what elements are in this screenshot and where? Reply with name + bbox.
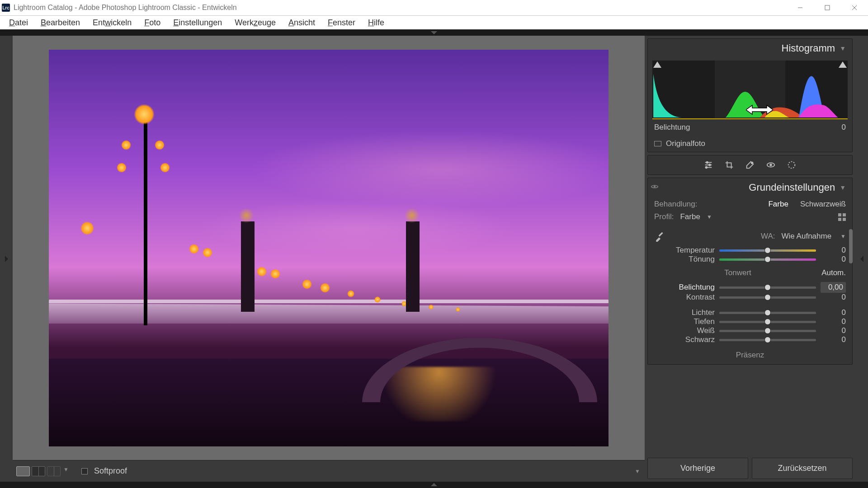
heal-brush-icon[interactable] (745, 160, 755, 170)
menu-ansicht[interactable]: Ansicht (282, 16, 321, 29)
slider-track[interactable] (719, 296, 816, 299)
app-icon: Lrc (2, 4, 10, 12)
right-panel: Histogramm ▼ (645, 36, 855, 482)
menu-hilfe[interactable]: Hilfe (362, 16, 391, 29)
histogram-graph[interactable] (652, 61, 848, 119)
histogram-hover-readout: Belichtung 0 (648, 119, 852, 136)
original-photo-toggle[interactable]: Originalfoto (648, 136, 852, 152)
photo-preview (49, 50, 609, 446)
view-toolbar: ▼ Softproof ▼ (13, 460, 645, 482)
softproof-checkbox[interactable] (81, 468, 88, 474)
slider-lichter[interactable]: Lichter0 (654, 308, 846, 317)
svg-point-9 (709, 164, 711, 166)
presence-section-label: Präsenz (654, 351, 846, 360)
image-canvas[interactable] (13, 36, 645, 460)
minimize-button[interactable] (787, 0, 814, 16)
menu-entwickeln[interactable]: Entwickeln (86, 16, 138, 29)
histogram-header[interactable]: Histogramm ▼ (648, 39, 852, 58)
menu-bearbeiten[interactable]: Bearbeiten (34, 16, 86, 29)
wb-value[interactable]: Wie Aufnahme (782, 232, 832, 241)
softproof-label: Softproof (94, 466, 127, 476)
loupe-view-button[interactable] (16, 466, 30, 476)
crop-icon[interactable] (724, 160, 734, 170)
svg-point-13 (770, 164, 772, 166)
window-title: Lightroom Catalog - Adobe Photoshop Ligh… (14, 4, 237, 12)
svg-marker-4 (746, 105, 773, 114)
slider-tiefen[interactable]: Tiefen0 (654, 317, 846, 326)
slider-knob[interactable] (764, 294, 771, 300)
slider-value[interactable]: 0 (821, 308, 846, 317)
slider-knob[interactable] (764, 256, 771, 263)
slider-weiß[interactable]: Weiß0 (654, 326, 846, 335)
radial-mask-icon[interactable] (787, 160, 797, 170)
profile-value[interactable]: Farbe (680, 212, 700, 221)
slider-value[interactable]: 0 (821, 317, 846, 326)
slider-track[interactable] (719, 312, 816, 314)
slider-label: Tönung (654, 255, 715, 264)
slider-value[interactable]: 0 (821, 326, 846, 335)
slider-temperatur[interactable]: Temperatur0 (654, 246, 846, 255)
menu-werkzeuge[interactable]: Werkzeuge (228, 16, 282, 29)
redeye-icon[interactable] (766, 160, 776, 170)
previous-button[interactable]: Vorherige (647, 458, 748, 479)
close-button[interactable] (841, 0, 868, 16)
slider-value[interactable]: 0 (821, 293, 846, 302)
slider-value[interactable]: 0 (821, 335, 846, 344)
slider-track[interactable] (719, 339, 816, 341)
chevron-down-icon: ▼ (840, 184, 846, 191)
basic-panel-header[interactable]: Grundeinstellungen ▼ (648, 178, 852, 197)
slider-knob[interactable] (764, 328, 771, 334)
menu-fenster[interactable]: Fenster (321, 16, 362, 29)
filmstrip-toggle-strip[interactable] (0, 482, 868, 488)
profile-browser-icon[interactable] (838, 213, 846, 221)
eyedropper-icon[interactable] (654, 230, 666, 242)
auto-tone-button[interactable]: Autom. (821, 268, 846, 277)
original-photo-label: Originalfoto (666, 139, 705, 148)
basic-panel-title: Grundeinstellungen (749, 182, 835, 193)
slider-knob[interactable] (764, 247, 771, 253)
canvas-column: ▼ Softproof ▼ (13, 36, 645, 482)
slider-track[interactable] (719, 258, 816, 261)
histogram-hover-value: 0 (842, 123, 846, 132)
view-options-chevron-icon[interactable]: ▼ (62, 466, 70, 476)
right-panel-toggle[interactable] (855, 36, 868, 482)
right-panel-scrollbar[interactable] (849, 229, 853, 263)
profile-label: Profil: (654, 212, 674, 221)
left-panel-toggle[interactable] (0, 36, 13, 482)
menu-datei[interactable]: Datei (3, 16, 34, 29)
slider-schwarz[interactable]: Schwarz0 (654, 335, 846, 344)
slider-track[interactable] (719, 321, 816, 323)
slider-track[interactable] (719, 286, 816, 289)
before-after-yy-button[interactable] (47, 466, 61, 476)
treatment-color[interactable]: Farbe (768, 200, 788, 209)
slider-track[interactable] (719, 330, 816, 332)
toolbar-more-chevron-icon[interactable]: ▼ (634, 468, 641, 474)
slider-track[interactable] (719, 249, 816, 252)
maximize-button[interactable] (814, 0, 841, 16)
slider-value[interactable]: 0 (821, 246, 846, 255)
slider-knob[interactable] (764, 310, 771, 316)
slider-value[interactable]: 0 (821, 255, 846, 264)
slider-knob[interactable] (764, 284, 771, 291)
menu-foto[interactable]: Foto (138, 16, 167, 29)
menu-einstellungen[interactable]: Einstellungen (167, 16, 228, 29)
slider-value[interactable]: 0,00 (821, 282, 846, 293)
top-panel-toggle-strip[interactable] (0, 29, 868, 36)
slider-knob[interactable] (764, 319, 771, 325)
slider-knob[interactable] (764, 337, 771, 343)
histogram-panel: Histogramm ▼ (647, 38, 853, 152)
panel-visibility-eye-icon[interactable] (651, 183, 659, 191)
svg-rect-1 (825, 5, 830, 10)
chevron-right-icon (5, 256, 8, 262)
slider-belichtung[interactable]: Belichtung0,00 (654, 282, 846, 293)
before-after-lr-button[interactable] (32, 466, 45, 476)
slider-label: Kontrast (654, 293, 715, 302)
slider-tönung[interactable]: Tönung0 (654, 255, 846, 264)
treatment-bw[interactable]: Schwarzweiß (800, 200, 846, 209)
slider-kontrast[interactable]: Kontrast0 (654, 293, 846, 302)
edit-sliders-icon[interactable] (703, 160, 713, 170)
reset-button[interactable]: Zurücksetzen (752, 458, 853, 479)
titlebar: Lrc Lightroom Catalog - Adobe Photoshop … (0, 0, 868, 16)
chevron-down-icon (431, 31, 437, 34)
tone-section-label: Tonwert (724, 268, 751, 277)
